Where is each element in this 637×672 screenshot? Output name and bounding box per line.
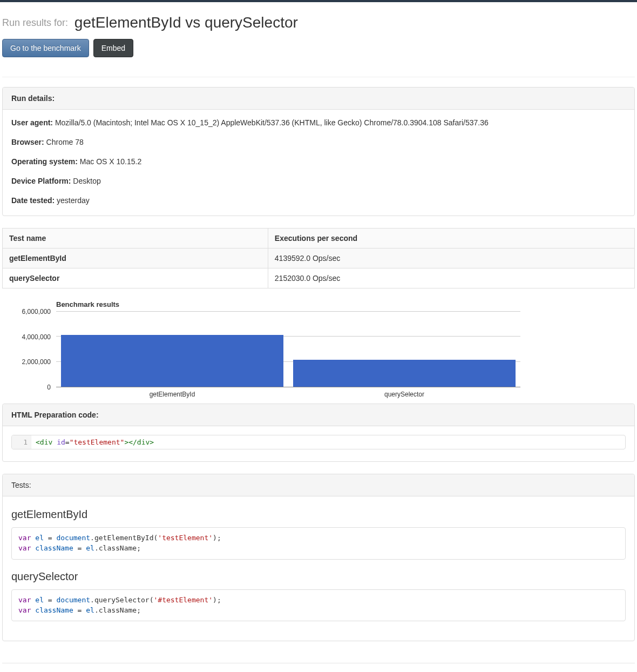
detail-label: Device Platform: xyxy=(11,177,71,185)
test-code: var el = document.getElementById('testEl… xyxy=(11,527,626,560)
chart-x-axis: getElementByIdquerySelector xyxy=(56,387,520,398)
code-content: <div id="testElement"></div> xyxy=(31,435,158,449)
cell-test-name: getElementById xyxy=(3,248,268,268)
go-to-benchmark-button[interactable]: Go to the benchmark xyxy=(2,39,89,57)
detail-label: Browser: xyxy=(11,138,44,146)
bar-slot xyxy=(288,312,520,387)
cell-eps: 4139592.0 Ops/sec xyxy=(268,248,634,268)
chart-plot xyxy=(56,312,520,387)
detail-row: Browser: Chrome 78 xyxy=(11,138,626,146)
cell-eps: 2152030.0 Ops/sec xyxy=(268,268,634,288)
table-row: getElementById4139592.0 Ops/sec xyxy=(3,248,635,268)
html-prep-code: 1 <div id="testElement"></div> xyxy=(11,435,626,449)
bar xyxy=(293,360,516,387)
benchmark-chart: Benchmark results 6,000,0004,000,0002,00… xyxy=(13,300,520,398)
tests-panel: Tests: getElementByIdvar el = document.g… xyxy=(2,474,635,641)
button-row: Go to the benchmark Embed xyxy=(2,39,635,67)
bar xyxy=(61,335,284,387)
footer-rule xyxy=(2,663,635,663)
detail-label: Operating system: xyxy=(11,157,78,166)
detail-row: Device Platform: Desktop xyxy=(11,177,626,185)
divider xyxy=(2,77,635,77)
run-details-heading: Run details: xyxy=(3,88,634,110)
tests-heading: Tests: xyxy=(3,474,634,496)
html-prep-heading: HTML Preparation code: xyxy=(3,404,634,426)
page-title: Run results for: getElementById vs query… xyxy=(2,14,635,31)
detail-label: Date tested: xyxy=(11,196,55,205)
detail-row: User agent: Mozilla/5.0 (Macintosh; Inte… xyxy=(11,118,626,127)
x-tick-label: getElementById xyxy=(56,387,288,398)
col-eps: Executions per second xyxy=(268,229,634,248)
table-row: querySelector2152030.0 Ops/sec xyxy=(3,268,635,288)
detail-row: Operating system: Mac OS X 10.15.2 xyxy=(11,157,626,166)
chart-y-axis: 6,000,0004,000,0002,000,0000 xyxy=(13,312,56,387)
page-title-prefix: Run results for: xyxy=(2,17,68,28)
chart-title: Benchmark results xyxy=(56,300,520,308)
detail-label: User agent: xyxy=(11,118,53,127)
embed-button[interactable]: Embed xyxy=(93,39,133,57)
cell-test-name: querySelector xyxy=(3,268,268,288)
results-table: Test name Executions per second getEleme… xyxy=(2,228,635,288)
test-title: querySelector xyxy=(11,570,626,583)
page-title-text: getElementById vs querySelector xyxy=(74,14,298,31)
test-code: var el = document.querySelector('#testEl… xyxy=(11,589,626,622)
detail-row: Date tested: yesterday xyxy=(11,196,626,205)
bar-slot xyxy=(56,312,288,387)
x-tick-label: querySelector xyxy=(288,387,520,398)
html-prep-panel: HTML Preparation code: 1 <div id="testEl… xyxy=(2,404,635,462)
test-title: getElementById xyxy=(11,508,626,521)
run-details-panel: Run details: User agent: Mozilla/5.0 (Ma… xyxy=(2,87,635,216)
code-gutter: 1 xyxy=(12,435,31,449)
col-test-name: Test name xyxy=(3,229,268,248)
